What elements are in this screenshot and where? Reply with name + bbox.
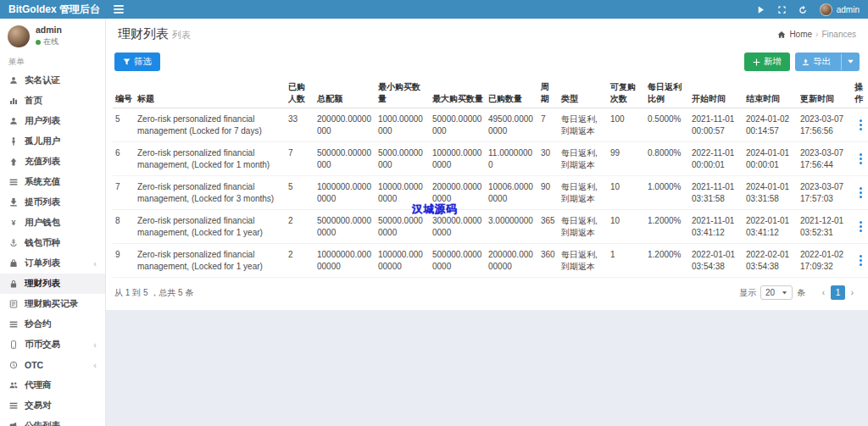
fullscreen-icon[interactable] [777,5,787,14]
table-cell: 1000.00000000 [376,108,430,142]
breadcrumb-home[interactable]: Home [789,30,812,39]
table-cell: 2021-11-01 03:41:12 [689,210,743,244]
table-cell: 2022-11-01 00:00:01 [689,142,743,176]
column-header: 类型 [559,78,608,108]
table-footer: 从 1 到 5 ，总共 5 条 显示 20 条 ‹ 1 › [113,278,861,305]
prev-page-button[interactable]: ‹ [816,285,831,300]
table-cell: 100 [608,108,645,142]
sidebar-item-代理商[interactable]: 代理商 [0,375,105,396]
table-cell: Zero-risk personalized financial managem… [135,108,286,142]
table-cell: 7 [538,108,559,142]
sidebar-item-用户钱包[interactable]: ¥用户钱包 [0,213,105,233]
users-icon [8,381,19,390]
table-cell: 5 [113,108,135,142]
sidebar-item-提币列表[interactable]: 提币列表 [0,192,105,213]
table-cell: 10 [608,176,645,210]
sidebar-item-用户列表[interactable]: 用户列表 [0,111,105,131]
column-header: 结束时间 [743,78,798,108]
play-icon[interactable] [756,5,765,14]
column-header: 标题 [135,78,286,108]
filter-button-label: 筛选 [134,56,152,68]
row-actions-icon[interactable] [856,152,865,165]
table-cell: 200000.00000000 [486,244,538,278]
row-actions-icon[interactable] [856,119,865,131]
male-icon [8,137,19,146]
column-header: 开始时间 [689,78,743,108]
sidebar-item-实名认证[interactable]: 实名认证 [0,70,105,91]
sidebar-item-系统充值[interactable]: 系统充值 [0,172,105,192]
table-cell: 每日返利,到期返本 [559,108,608,142]
sidebar-item-理财列表[interactable]: 理财列表 [0,274,105,294]
sidebar-item-孤儿用户[interactable]: 孤儿用户 [0,131,105,152]
table-cell: 2 [286,210,314,244]
user-menu[interactable]: admin [820,3,860,16]
user-badge-icon [8,76,19,85]
action-cell [852,108,868,142]
page-size-select[interactable]: 20 [760,285,793,300]
table-cell: 1000000.00000000 [314,176,376,210]
sidebar-item-充值列表[interactable]: 充值列表 [0,152,105,172]
page-size-value: 20 [765,288,775,297]
row-actions-icon[interactable] [856,254,865,267]
sidebar-item-首页[interactable]: 首页 [0,91,105,111]
column-header: 可复购次数 [608,78,645,108]
sidebar-item-钱包币种[interactable]: 钱包币种 [0,233,105,253]
action-cell [852,176,868,210]
add-button[interactable]: 新增 [744,53,790,71]
table-cell: 90 [538,176,559,210]
page-1-button[interactable]: 1 [831,285,845,300]
sidebar-item-公告列表[interactable]: 公告列表 [0,416,105,426]
sidebar-item-OTC[interactable]: OTC‹ [0,355,105,375]
sidebar-item-label: 理财列表 [25,278,60,290]
table-cell: 100000.00000000 [430,142,486,176]
table-cell: 2021-11-01 03:31:58 [689,176,743,210]
table-cell: 0.5000% [645,108,689,142]
pagination-summary: 从 1 到 5 ，总共 5 条 [114,287,193,299]
table-cell: 2023-03-07 17:57:03 [798,176,852,210]
breadcrumb-separator: › [815,30,818,39]
sidebar-toggle-icon[interactable] [106,0,131,19]
sidebar-item-币币交易[interactable]: 币币交易‹ [0,335,105,355]
row-actions-icon[interactable] [856,186,865,199]
table-cell: 每日返利,到期返本 [559,176,608,210]
sidebar-item-label: 币币交易 [25,339,60,351]
row-actions-icon[interactable] [856,220,865,233]
page-size-suffix-label: 条 [797,287,805,299]
refresh-icon[interactable] [798,5,808,14]
next-page-button[interactable]: › [845,285,860,300]
content-background [106,310,868,426]
table-cell: 360 [538,244,559,278]
table-cell: 1.2000% [645,210,689,244]
column-header: 编号 [113,78,135,108]
table-cell: 200000.00000000 [430,176,486,210]
export-icon [802,58,810,66]
table-cell: 200000.00000000 [314,108,376,142]
table-cell: 2024-01-01 00:00:01 [743,142,798,176]
table-cell: 365 [538,210,559,244]
table-cell: 5000.00000000 [376,142,430,176]
sidebar-item-label: 公告列表 [25,420,60,426]
sidebar-item-订单列表[interactable]: 订单列表‹ [0,253,105,274]
list-icon [8,320,19,329]
table-cell: 30 [538,142,559,176]
table-cell: 2021-11-01 00:00:57 [689,108,743,142]
sidebar-item-交易对[interactable]: 交易对 [0,396,105,416]
sidebar-item-label: 用户列表 [25,115,60,127]
export-caret-button[interactable] [841,54,860,70]
list-icon [8,401,19,410]
export-button[interactable]: 导出 [795,53,860,71]
table-header-row: 编号标题已购人数总配额最小购买数量最大购买数量已购数量周期类型可复购次数每日返利… [113,78,868,108]
sidebar-item-理财购买记录[interactable]: 理财购买记录 [0,294,105,314]
sidebar-item-label: 孤儿用户 [25,136,60,147]
table-cell: 2022-02-01 03:54:38 [743,244,798,278]
table-cell: 8 [113,210,135,244]
filter-button[interactable]: 筛选 [114,53,160,71]
sidebar-item-秒合约[interactable]: 秒合约 [0,314,105,335]
chevron-left-icon: ‹ [93,340,97,350]
sidebar-item-label: 秒合约 [25,318,52,330]
app-brand[interactable]: BitGoldex 管理后台 [0,0,106,19]
table-cell: 99 [608,142,645,176]
page-size-prefix-label: 显示 [739,287,756,299]
withdraw-icon [8,198,19,207]
table-cell: 2023-03-07 17:56:44 [798,142,852,176]
